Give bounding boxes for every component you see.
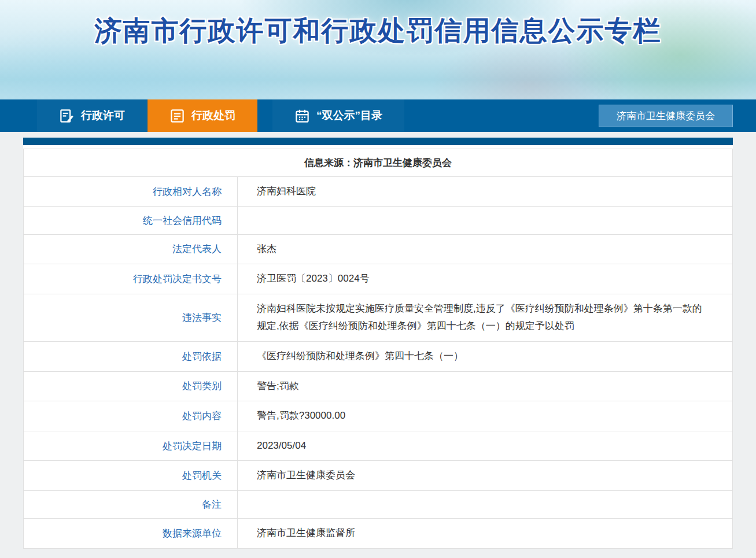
calendar-catalog-icon [294,108,310,124]
table-row: 处罚依据 《医疗纠纷预防和处理条例》第四十七条（一） [24,341,733,371]
license-document-icon [59,108,75,124]
row-value: 《医疗纠纷预防和处理条例》第四十七条（一） [238,341,733,371]
row-value: 2023/05/04 [238,431,733,461]
row-value: 济南妇科医院 [238,177,733,207]
table-row: 处罚机关 济南市卫生健康委员会 [24,461,733,491]
tab-administrative-license[interactable]: 行政许可 [37,99,147,132]
tab-administrative-penalty[interactable]: 行政处罚 [147,99,257,132]
page: 济南市行政许可和行政处罚信用信息公示专栏 行政许可 [0,0,756,558]
row-value: 济南市卫生健康监督所 [238,518,733,548]
row-value [238,490,733,518]
nav-tabs: 行政许可 行政处罚 [37,99,404,132]
table-row: 数据来源单位 济南市卫生健康监督所 [24,518,733,548]
table-row: 处罚类别 警告;罚款 [24,371,733,401]
row-label: 行政相对人名称 [24,177,238,207]
source-header-row: 信息来源：济南市卫生健康委员会 [24,149,733,177]
detail-table-wrap: 信息来源：济南市卫生健康委员会 行政相对人名称 济南妇科医院 统一社会信用代码 … [23,145,733,549]
banner: 济南市行政许可和行政处罚信用信息公示专栏 [0,0,756,99]
row-label: 处罚决定日期 [24,431,238,461]
table-row: 处罚决定日期 2023/05/04 [24,431,733,461]
tab-label: “双公示”目录 [316,108,382,123]
agency-button[interactable]: 济南市卫生健康委员会 [599,105,733,127]
row-label: 处罚类别 [24,371,238,401]
table-row: 行政相对人名称 济南妇科医院 [24,177,733,207]
penalty-detail-table: 信息来源：济南市卫生健康委员会 行政相对人名称 济南妇科医院 统一社会信用代码 … [23,149,733,549]
tab-dual-disclosure-catalog[interactable]: “双公示”目录 [272,99,404,132]
table-row: 违法事实 济南妇科医院未按规定实施医疗质量安全管理制度,违反了《医疗纠纷预防和处… [24,294,733,341]
row-label: 备注 [24,490,238,518]
row-label: 处罚内容 [24,401,238,431]
row-label: 数据来源单位 [24,518,238,548]
table-row: 备注 [24,490,733,518]
row-label: 统一社会信用代码 [24,206,238,234]
row-value [238,206,733,234]
row-value: 警告,罚款?30000.00 [238,401,733,431]
row-value: 张杰 [238,234,733,264]
row-label: 处罚依据 [24,341,238,371]
content-area: 信息来源：济南市卫生健康委员会 行政相对人名称 济南妇科医院 统一社会信用代码 … [23,138,733,549]
row-label: 行政处罚决定书文号 [24,264,238,294]
penalty-list-icon [169,108,185,124]
row-value: 济南妇科医院未按规定实施医疗质量安全管理制度,违反了《医疗纠纷预防和处理条例》第… [238,294,733,341]
table-row: 处罚内容 警告,罚款?30000.00 [24,401,733,431]
row-value: 警告;罚款 [238,371,733,401]
navbar: 行政许可 行政处罚 [0,99,756,132]
page-title: 济南市行政许可和行政处罚信用信息公示专栏 [0,0,756,49]
table-row: 统一社会信用代码 [24,206,733,234]
tab-label: 行政处罚 [191,108,235,123]
row-label: 处罚机关 [24,461,238,491]
tab-label: 行政许可 [81,108,125,123]
row-label: 违法事实 [24,294,238,341]
info-source: 信息来源：济南市卫生健康委员会 [24,149,733,177]
table-row: 法定代表人 张杰 [24,234,733,264]
row-label: 法定代表人 [24,234,238,264]
row-value: 济南市卫生健康委员会 [238,461,733,491]
divider-bar [23,138,733,145]
table-row: 行政处罚决定书文号 济卫医罚〔2023〕0024号 [24,264,733,294]
row-value: 济卫医罚〔2023〕0024号 [238,264,733,294]
